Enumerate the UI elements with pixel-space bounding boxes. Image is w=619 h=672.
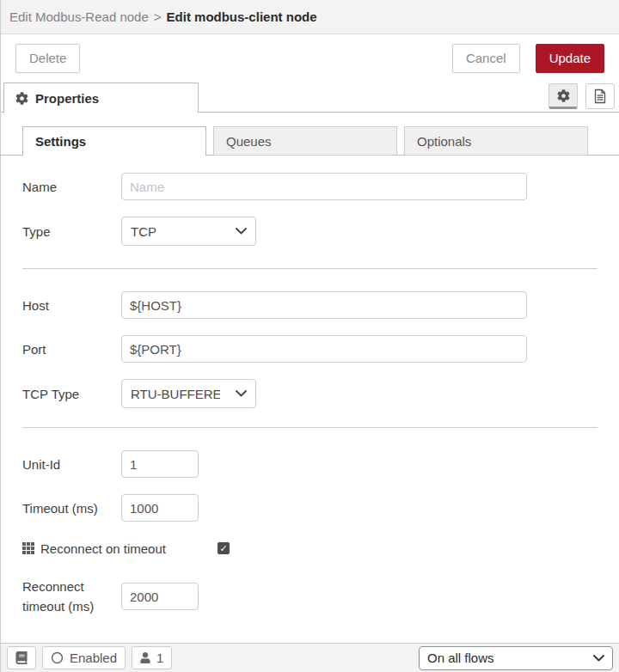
reconnect-on-timeout-row: Reconnect on timeout ✓ [22,541,598,555]
delete-button[interactable]: Delete [15,44,80,73]
reconnect-timeout-label: Reconnect timeout (ms) [22,577,121,616]
chevron-down-icon [593,655,604,662]
breadcrumb-separator: > [154,9,162,24]
tab-optionals[interactable]: Optionals [404,126,588,156]
port-label: Port [22,342,121,357]
node-settings-button[interactable] [549,83,578,109]
reconnect-on-timeout-label: Reconnect on timeout [40,541,166,556]
reconnect-on-timeout-label-group: Reconnect on timeout [22,541,218,556]
name-label: Name [22,180,121,194]
gear-icon [557,89,570,102]
panel-tab-bar: Properties [1,82,619,113]
breadcrumb-parent-link[interactable]: Edit Modbus-Read node [9,9,149,24]
type-select-value: TCP [131,224,156,239]
host-row: Host [22,291,598,319]
circle-icon [51,651,64,664]
unit-id-label: Unit-Id [22,457,121,472]
type-row: Type TCP [22,217,598,246]
panel-actions [549,83,619,109]
user-count-label: 1 [156,651,163,665]
cancel-button[interactable]: Cancel [452,44,520,73]
host-label: Host [22,298,121,313]
port-input[interactable] [121,335,527,363]
type-select[interactable]: TCP [121,217,256,246]
chevron-down-icon [236,390,247,397]
tcp-type-row: TCP Type RTU-BUFFERED [22,379,598,408]
user-count-button[interactable]: 1 [132,646,172,669]
reconnect-on-timeout-checkbox[interactable]: ✓ [218,542,230,554]
enabled-toggle-button[interactable]: Enabled [42,646,126,669]
reconnect-timeout-row: Reconnect timeout (ms) [22,577,598,616]
node-info-button[interactable] [7,646,36,669]
tab-queues-label: Queues [226,134,272,149]
tcp-type-select-value: RTU-BUFFERED [131,387,220,401]
tab-properties-label: Properties [35,91,99,106]
deploy-scope-value: On all flows [427,651,494,665]
tab-queues[interactable]: Queues [213,126,397,156]
user-icon [140,652,150,663]
tab-settings-label: Settings [35,134,86,149]
timeout-row: Timeout (ms) [22,494,598,522]
name-row: Name [22,173,598,200]
type-label: Type [22,224,121,239]
timeout-label: Timeout (ms) [22,501,121,516]
section-divider [22,268,598,269]
node-help-button[interactable] [585,83,615,109]
tcp-type-label: TCP Type [22,387,121,401]
reconnect-timeout-input[interactable] [121,583,199,610]
document-icon [593,89,607,104]
chevron-down-icon [236,228,247,235]
section-divider [22,427,598,428]
name-input[interactable] [121,173,527,200]
update-button[interactable]: Update [536,44,604,73]
unit-id-input[interactable] [121,450,199,478]
tab-settings[interactable]: Settings [22,126,206,156]
breadcrumb: Edit Modbus-Read node > Edit modbus-clie… [1,0,619,34]
tcp-type-select[interactable]: RTU-BUFFERED [121,379,256,408]
dialog-toolbar: Delete Cancel Update [1,34,619,82]
enabled-label: Enabled [70,651,117,665]
edit-node-dialog: Edit Modbus-Read node > Edit modbus-clie… [0,0,619,672]
gear-icon [15,92,28,105]
settings-form: Name Type TCP Host Port TCP Type RTU-BU [1,156,619,616]
tab-properties[interactable]: Properties [3,82,199,113]
grid-icon [22,542,34,554]
timeout-input[interactable] [121,494,199,522]
page-title: Edit modbus-client node [167,9,317,24]
book-icon [15,651,28,664]
tab-optionals-label: Optionals [417,134,471,149]
settings-tab-bar: Settings Queues Optionals [1,126,619,156]
dialog-footer: Enabled 1 On all flows [1,643,619,672]
deploy-scope-select[interactable]: On all flows [419,646,613,670]
host-input[interactable] [121,291,527,319]
unit-id-row: Unit-Id [22,450,598,478]
port-row: Port [22,335,598,363]
